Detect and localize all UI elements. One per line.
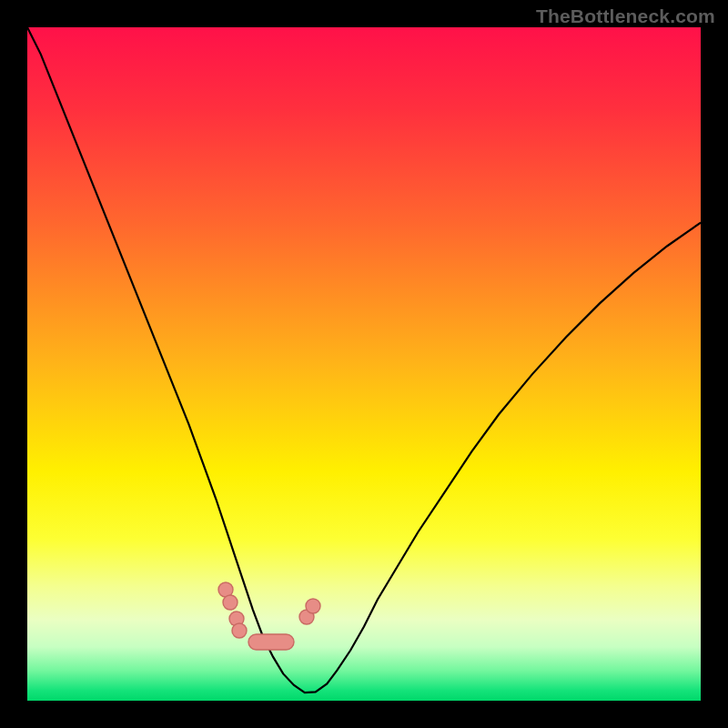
watermark-text: TheBottleneck.com	[536, 5, 715, 27]
marker-dot	[223, 595, 238, 610]
bottleneck-chart	[0, 0, 728, 728]
chart-frame: TheBottleneck.com	[0, 0, 728, 728]
gradient-background	[27, 27, 701, 701]
marker-dot	[306, 599, 320, 613]
marker-dot	[232, 623, 247, 638]
marker-capsule	[248, 634, 294, 650]
